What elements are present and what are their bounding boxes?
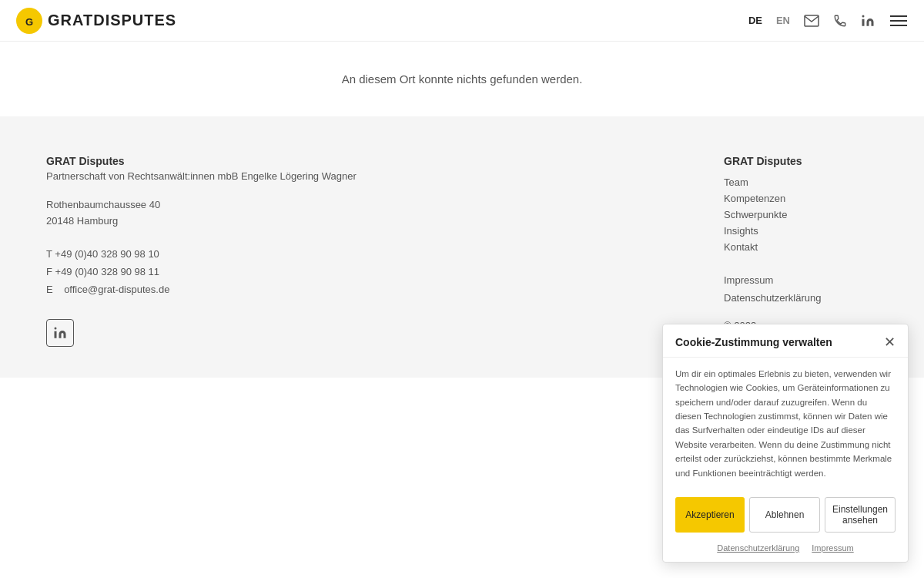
- footer-left: GRAT Disputes Partnerschaft von Rechtsan…: [46, 155, 724, 347]
- footer-legal: Impressum Datenschutzerklärung: [724, 271, 878, 307]
- footer-email-address[interactable]: office@grat-disputes.de: [64, 284, 169, 295]
- cookie-close-button[interactable]: ✕: [884, 335, 896, 349]
- lang-en[interactable]: EN: [776, 15, 790, 26]
- footer-nav-schwerpunkte[interactable]: Schwerpunkte: [724, 209, 878, 220]
- footer-company-name: GRAT Disputes: [46, 155, 724, 167]
- cookie-header: Cookie-Zustimmung verwalten ✕: [663, 324, 908, 358]
- footer-company-sub: Partnerschaft von Rechtsanwält:innen mbB…: [46, 170, 724, 182]
- lang-de[interactable]: DE: [748, 15, 762, 26]
- cookie-body: Um dir ein optimales Erlebnis zu bieten,…: [663, 358, 908, 378]
- email-icon[interactable]: [804, 15, 819, 27]
- footer-address-line2: 20148 Hamburg: [46, 213, 724, 230]
- footer-address: Rothenbaumchaussee 40 20148 Hamburg: [46, 197, 724, 230]
- hamburger-line: [890, 25, 907, 26]
- header-nav: DE EN: [748, 14, 909, 28]
- logo[interactable]: G GRATDISPUTES: [15, 7, 176, 35]
- hamburger-menu[interactable]: [889, 14, 909, 28]
- cookie-banner: Cookie-Zustimmung verwalten ✕ Um dir ein…: [662, 324, 909, 378]
- footer-nav-kompetenzen[interactable]: Kompetenzen: [724, 193, 878, 204]
- phone-icon[interactable]: [833, 14, 847, 28]
- hamburger-line: [890, 20, 907, 22]
- footer-nav-kontakt[interactable]: Kontakt: [724, 241, 878, 253]
- footer-email-label: E: [46, 284, 53, 295]
- linkedin-header-icon[interactable]: [861, 14, 875, 28]
- not-found-message: An diesem Ort konnte nichts gefunden wer…: [15, 72, 909, 86]
- header: G GRATDISPUTES DE EN: [0, 0, 924, 42]
- footer-nav-team[interactable]: Team: [724, 176, 878, 188]
- svg-text:G: G: [25, 16, 33, 28]
- logo-icon: G: [15, 7, 43, 35]
- svg-rect-2: [805, 15, 819, 26]
- footer-nav-insights[interactable]: Insights: [724, 225, 878, 237]
- linkedin-icon: [53, 326, 67, 340]
- footer-phone: T +49 (0)40 328 90 98 10: [46, 245, 724, 263]
- footer-right: GRAT Disputes Team Kompetenzen Schwerpun…: [724, 155, 878, 347]
- footer-contact: T +49 (0)40 328 90 98 10 F +49 (0)40 328…: [46, 245, 724, 299]
- footer-nav-list: Team Kompetenzen Schwerpunkte Insights K…: [724, 176, 878, 253]
- main-content: An diesem Ort konnte nichts gefunden wer…: [0, 42, 924, 116]
- footer-linkedin-button[interactable]: [46, 319, 74, 347]
- footer-nav-title: GRAT Disputes: [724, 155, 878, 167]
- footer-email: E office@grat-disputes.de: [46, 281, 724, 298]
- svg-point-4: [55, 327, 57, 329]
- footer-fax: F +49 (0)40 328 90 98 11: [46, 263, 724, 281]
- footer-impressum-link[interactable]: Impressum: [724, 271, 878, 289]
- cookie-title: Cookie-Zustimmung verwalten: [675, 336, 832, 348]
- logo-text: GRATDISPUTES: [48, 12, 176, 29]
- svg-point-3: [862, 15, 865, 17]
- footer-address-line1: Rothenbaumchaussee 40: [46, 197, 724, 213]
- hamburger-line: [890, 15, 907, 17]
- footer-datenschutz-link[interactable]: Datenschutzerklärung: [724, 289, 878, 307]
